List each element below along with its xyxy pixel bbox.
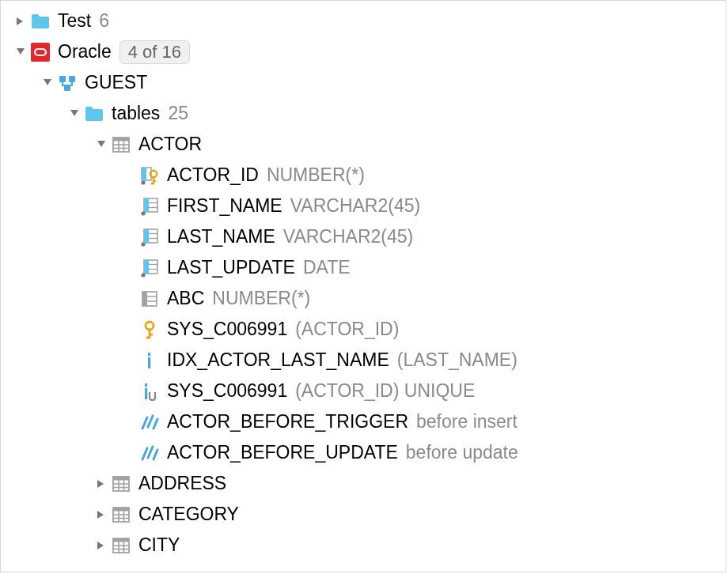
tree-item-city[interactable]: CITY [1,530,726,561]
tree-label: CATEGORY [138,504,239,525]
chevron-down-icon[interactable] [39,79,56,87]
tree-item-column-abc[interactable]: ABC NUMBER(*) [1,283,726,314]
index-name: SYS_C006991 [167,380,287,402]
table-icon [110,536,132,555]
chevron-down-icon[interactable] [93,141,110,149]
key-icon [138,320,161,339]
tree-label: tables [112,103,160,124]
tree-item-guest[interactable]: GUEST [1,67,726,98]
tree-item-oracle[interactable]: Oracle 4 of 16 [1,36,726,67]
index-icon [138,351,161,370]
tree-item-test[interactable]: Test 6 [1,6,726,36]
column-name: ABC [167,288,204,309]
filter-badge: 4 of 16 [119,40,190,64]
trigger-name: ACTOR_BEFORE_UPDATE [167,442,398,463]
column-icon [138,289,161,308]
chevron-right-icon[interactable] [12,17,29,25]
tree-count: 25 [168,103,188,124]
tree-item-column-actor-id[interactable]: ACTOR_ID NUMBER(*) [1,160,726,191]
column-name: LAST_UPDATE [167,257,295,278]
tree-label: ADDRESS [138,473,226,494]
column-pk-icon [138,166,161,185]
column-notnull-icon [138,259,161,278]
column-name: LAST_NAME [167,226,275,247]
trigger-name: ACTOR_BEFORE_TRIGGER [167,411,408,432]
chevron-right-icon[interactable] [93,511,110,519]
tree-count: 6 [99,10,109,32]
trigger-icon [138,444,161,463]
folder-icon [83,104,105,123]
oracle-icon [29,43,51,62]
column-type: VARCHAR2(45) [283,226,413,247]
chevron-right-icon[interactable] [93,480,110,488]
column-type: DATE [303,257,351,278]
folder-icon [29,12,51,31]
trigger-detail: before insert [416,411,518,432]
table-icon [110,135,132,154]
tree-item-tables[interactable]: tables 25 [1,98,726,129]
tree-label: Oracle [58,41,112,62]
constraint-name: SYS_C006991 [167,319,287,340]
tree-item-address[interactable]: ADDRESS [1,468,726,499]
constraint-detail: (ACTOR_ID) [295,319,399,340]
column-name: FIRST_NAME [167,195,282,217]
tree-label: GUEST [85,72,147,93]
tree-label: Test [58,10,91,32]
tree-label: CITY [138,534,180,556]
tree-item-column-last-update[interactable]: LAST_UPDATE DATE [1,252,726,283]
tree-item-category[interactable]: CATEGORY [1,499,726,530]
index-name: IDX_ACTOR_LAST_NAME [167,349,389,371]
column-type: NUMBER(*) [212,288,310,309]
database-tree: Test 6 Oracle 4 of 16 GUEST tables 25 AC… [0,0,726,572]
table-icon [110,474,132,493]
tree-item-index-unique[interactable]: SYS_C006991 (ACTOR_ID) UNIQUE [1,376,726,406]
tree-label: ACTOR [138,134,202,155]
column-notnull-icon [138,228,161,247]
tree-item-column-first-name[interactable]: FIRST_NAME VARCHAR2(45) [1,191,726,221]
tree-item-trigger-before-insert[interactable]: ACTOR_BEFORE_TRIGGER before insert [1,406,726,437]
tree-item-column-last-name[interactable]: LAST_NAME VARCHAR2(45) [1,221,726,252]
index-unique-icon [138,382,161,401]
tree-item-actor[interactable]: ACTOR [1,129,726,160]
column-type: NUMBER(*) [267,164,365,186]
index-detail: (ACTOR_ID) UNIQUE [295,380,475,402]
index-detail: (LAST_NAME) [397,349,518,371]
trigger-icon [138,413,161,432]
table-icon [110,505,132,524]
chevron-down-icon[interactable] [66,110,83,118]
chevron-down-icon[interactable] [12,48,29,56]
column-notnull-icon [138,197,161,216]
column-type: VARCHAR2(45) [290,195,420,217]
tree-item-constraint-pk[interactable]: SYS_C006991 (ACTOR_ID) [1,314,726,345]
tree-item-trigger-before-update[interactable]: ACTOR_BEFORE_UPDATE before update [1,437,726,468]
tree-item-index-lastname[interactable]: IDX_ACTOR_LAST_NAME (LAST_NAME) [1,345,726,376]
chevron-right-icon[interactable] [93,542,110,549]
column-name: ACTOR_ID [167,164,259,186]
schema-icon [56,74,78,93]
trigger-detail: before update [406,442,518,463]
